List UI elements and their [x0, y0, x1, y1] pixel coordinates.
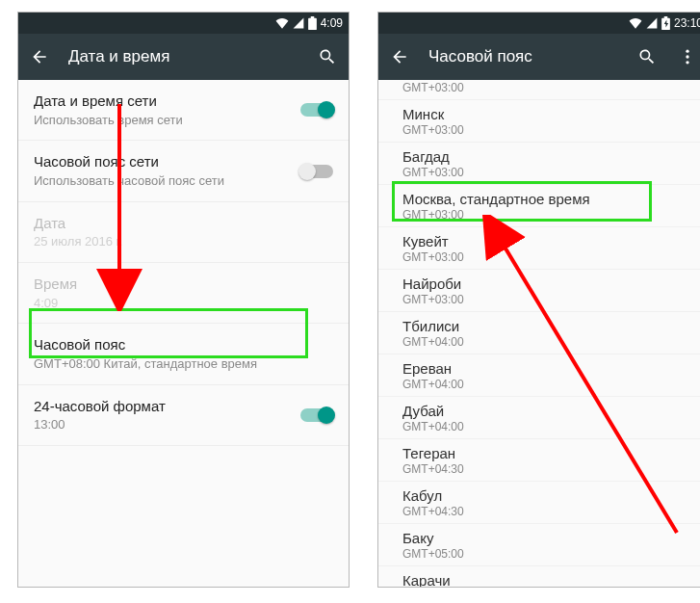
tz-gmt: GMT+04:30: [402, 462, 693, 476]
phone-right: 23:10 Часовой пояс GMT+03:00 Минск GMT+0…: [377, 12, 700, 588]
signal-icon: [646, 17, 658, 29]
list-item[interactable]: Карачи: [378, 566, 700, 587]
app-bar: Дата и время: [18, 34, 349, 80]
tz-gmt: GMT+04:30: [402, 505, 693, 518]
search-icon: [318, 47, 337, 66]
app-bar: Часовой пояс: [378, 34, 700, 80]
page-title: Часовой пояс: [428, 47, 618, 66]
tz-gmt: GMT+04:00: [402, 420, 693, 433]
tz-city: Ереван: [402, 360, 693, 377]
wifi-icon: [275, 17, 289, 29]
list-item[interactable]: Баку GMT+05:00: [378, 524, 700, 566]
search-button[interactable]: [635, 45, 659, 68]
list-item[interactable]: Багдад GMT+03:00: [378, 143, 700, 185]
tz-city: Минск: [402, 106, 693, 122]
switch-24h-format[interactable]: [300, 408, 333, 422]
battery-icon: [308, 16, 317, 30]
tz-city: Найроби: [402, 275, 693, 292]
phone-left: 4:09 Дата и время Дата и время сети Испо…: [17, 12, 350, 588]
tz-city: Баку: [402, 530, 693, 546]
tz-gmt: GMT+03:00: [402, 123, 693, 137]
list-item[interactable]: Тегеран GMT+04:30: [378, 439, 700, 482]
settings-list: Дата и время сети Использовать время сет…: [18, 80, 349, 587]
switch-network-timezone[interactable]: [300, 165, 333, 178]
tz-city: Кувейт: [402, 233, 693, 249]
tz-gmt: GMT+05:00: [402, 547, 693, 561]
setting-timezone[interactable]: Часовой пояс GMT+08:00 Китай, стандартно…: [18, 324, 349, 384]
search-button[interactable]: [316, 45, 339, 68]
status-time: 4:09: [321, 16, 343, 30]
setting-label: 24-часовой формат: [34, 398, 300, 416]
svg-point-1: [686, 50, 688, 53]
svg-point-3: [686, 61, 688, 64]
setting-sub: 25 июля 2016 г.: [34, 234, 333, 249]
tz-gmt: GMT+03:00: [402, 293, 693, 306]
setting-label: Дата и время сети: [34, 92, 300, 111]
setting-sub: Использовать время сети: [34, 113, 300, 128]
tz-city: Тегеран: [402, 445, 693, 461]
more-vert-icon: [678, 47, 697, 66]
setting-sub: 13:00: [34, 417, 300, 433]
tz-gmt: GMT+04:00: [402, 335, 693, 349]
setting-label: Дата: [34, 215, 333, 233]
tz-gmt: GMT+03:00: [402, 166, 693, 179]
setting-sub: Использовать часовой пояс сети: [34, 173, 300, 189]
status-bar: 23:10: [378, 13, 700, 34]
list-item[interactable]: Кабул GMT+04:30: [378, 482, 700, 524]
signal-icon: [293, 17, 304, 29]
list-item[interactable]: Тбилиси GMT+04:00: [378, 312, 700, 354]
back-button[interactable]: [28, 45, 51, 68]
timezone-list[interactable]: GMT+03:00 Минск GMT+03:00 Багдад GMT+03:…: [378, 80, 700, 587]
list-item[interactable]: GMT+03:00: [378, 81, 700, 100]
list-item[interactable]: Ереван GMT+04:00: [378, 354, 700, 397]
setting-network-timezone[interactable]: Часовой пояс сети Использовать часовой п…: [18, 141, 349, 201]
tz-city: Багдад: [402, 148, 693, 165]
tz-gmt: GMT+03:00: [402, 208, 693, 222]
tz-city: Москва, стандартное время: [402, 191, 693, 207]
overflow-button[interactable]: [676, 45, 699, 68]
list-item[interactable]: Минск GMT+03:00: [378, 100, 700, 143]
setting-24h-format[interactable]: 24-часовой формат 13:00: [18, 385, 349, 446]
back-button[interactable]: [388, 45, 411, 68]
status-time: 23:10: [674, 16, 700, 30]
tz-gmt: GMT+03:00: [402, 250, 693, 264]
search-icon: [637, 47, 657, 66]
setting-label: Время: [34, 275, 333, 294]
arrow-back-icon: [390, 47, 409, 66]
wifi-icon: [629, 17, 642, 29]
list-item[interactable]: Дубай GMT+04:00: [378, 397, 700, 439]
list-item[interactable]: Кувейт GMT+03:00: [378, 227, 700, 270]
svg-point-2: [686, 55, 688, 58]
status-bar: 4:09: [18, 13, 349, 34]
tz-city: Кабул: [402, 487, 693, 504]
tz-gmt: GMT+04:00: [402, 378, 693, 391]
battery-charging-icon: [661, 16, 670, 30]
setting-date: Дата 25 июля 2016 г.: [18, 202, 349, 263]
switch-network-datetime[interactable]: [300, 103, 333, 117]
setting-sub: GMT+08:00 Китай, стандартное время: [34, 356, 333, 372]
setting-network-datetime[interactable]: Дата и время сети Использовать время сет…: [18, 80, 349, 141]
page-title: Дата и время: [68, 47, 298, 66]
setting-label: Часовой пояс сети: [34, 153, 300, 171]
arrow-back-icon: [30, 47, 49, 66]
setting-label: Часовой пояс: [34, 336, 333, 354]
list-item-moscow[interactable]: Москва, стандартное время GMT+03:00: [378, 185, 700, 227]
tz-gmt: GMT+03:00: [402, 81, 693, 94]
tz-city: Тбилиси: [402, 318, 693, 334]
tz-city: Дубай: [402, 403, 693, 419]
list-item[interactable]: Найроби GMT+03:00: [378, 270, 700, 312]
setting-time: Время 4:09: [18, 263, 349, 324]
setting-sub: 4:09: [34, 296, 333, 311]
tz-city: Карачи: [402, 572, 693, 587]
